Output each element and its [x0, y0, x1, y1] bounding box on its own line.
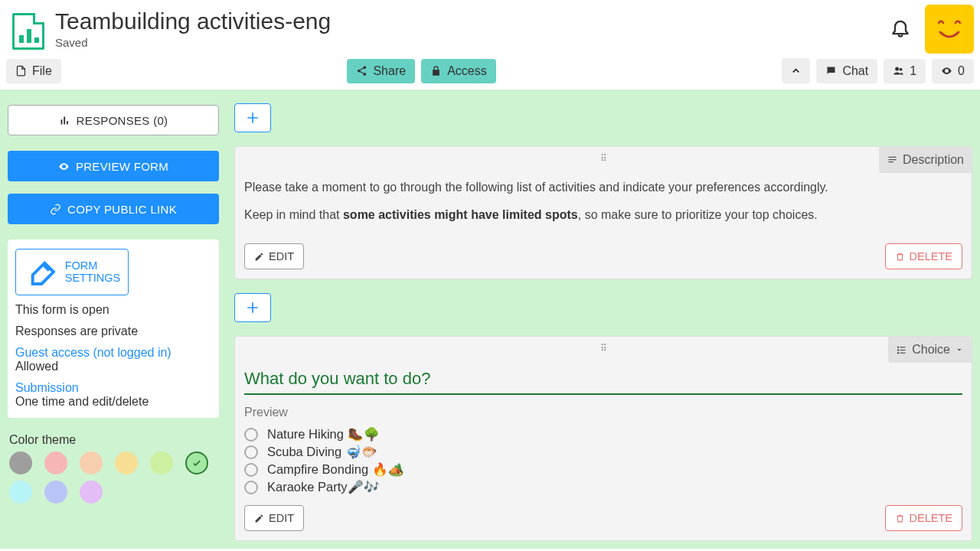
page-title[interactable]: Teambuilding activities-eng: [55, 8, 338, 34]
submission-link[interactable]: Submission: [15, 381, 79, 394]
people-count: 1: [910, 64, 916, 78]
svg-point-5: [897, 346, 900, 348]
radio-icon: [244, 445, 258, 459]
file-label: File: [32, 64, 52, 78]
svg-point-1: [358, 70, 361, 73]
form-title-text: Teambuilding activities-eng: [55, 8, 331, 34]
description-p2-strong: some activities might have limited spots: [343, 208, 578, 221]
description-block: ⠿ Description Please take a moment to go…: [234, 146, 972, 280]
edit-choice-button[interactable]: EDIT: [244, 505, 304, 531]
form-settings-label: FORM SETTINGS: [65, 259, 121, 284]
choice-block: ⠿ Choice What do you want to do? Preview…: [234, 336, 972, 541]
share-label: Share: [373, 64, 406, 78]
form-canvas: ⠿ Description Please take a moment to go…: [227, 90, 980, 549]
avatar[interactable]: [925, 5, 974, 54]
color-swatch-6[interactable]: [9, 481, 32, 504]
color-swatches: [9, 452, 217, 504]
delete-description-button[interactable]: DELETE: [885, 243, 962, 269]
block-type-label: Choice: [912, 343, 950, 357]
svg-point-9: [897, 352, 900, 354]
chat-label: Chat: [842, 64, 868, 78]
edit-label: EDIT: [269, 512, 294, 524]
share-button[interactable]: Share: [347, 59, 415, 83]
svg-point-0: [364, 66, 367, 69]
responses-label: RESPONSES (0): [77, 114, 168, 127]
add-block-button[interactable]: [234, 293, 271, 322]
views-count-button[interactable]: 0: [932, 59, 974, 83]
choice-option[interactable]: Nature Hiking 🥾🌳: [244, 425, 962, 443]
choice-option-label: Nature Hiking 🥾🌳: [267, 427, 380, 442]
color-swatch-0[interactable]: [9, 452, 32, 474]
notifications-icon[interactable]: [890, 17, 911, 41]
choice-option[interactable]: Karaoke Party🎤🎶: [244, 478, 962, 496]
color-swatch-2[interactable]: [80, 452, 103, 474]
responses-privacy-status: Responses are private: [15, 324, 211, 338]
delete-label: DELETE: [910, 512, 952, 524]
form-settings-button[interactable]: FORM SETTINGS: [15, 249, 129, 295]
choice-option[interactable]: Campfire Bonding 🔥🏕️: [244, 461, 962, 478]
choice-option[interactable]: Scuba Diving 🤿🐡: [244, 443, 962, 461]
sidebar: RESPONSES (0) PREVIEW FORM COPY PUBLIC L…: [0, 90, 227, 549]
form-open-status: This form is open: [15, 303, 211, 317]
access-button[interactable]: Access: [421, 59, 496, 83]
chevron-down-icon: [955, 345, 964, 354]
color-swatch-1[interactable]: [44, 452, 67, 474]
form-settings-card: FORM SETTINGS This form is open Response…: [8, 240, 219, 418]
views-count: 0: [958, 64, 965, 78]
delete-label: DELETE: [910, 250, 952, 262]
save-status: Saved: [55, 36, 338, 49]
delete-choice-button[interactable]: DELETE: [885, 505, 962, 531]
block-type-label: Description: [903, 153, 964, 167]
block-type-choice[interactable]: Choice: [888, 337, 972, 363]
preview-label: Preview: [244, 406, 962, 419]
choice-option-label: Campfire Bonding 🔥🏕️: [267, 462, 404, 477]
access-label: Access: [447, 64, 487, 78]
copy-link-label: COPY PUBLIC LINK: [67, 203, 177, 216]
svg-rect-8: [900, 349, 906, 350]
edit-label: EDIT: [269, 250, 294, 262]
svg-rect-6: [900, 347, 906, 347]
guest-access-link[interactable]: Guest access (not logged in): [15, 346, 172, 359]
preview-form-button[interactable]: PREVIEW FORM: [8, 151, 219, 181]
submission-value: One time and edit/delete: [15, 395, 149, 408]
description-p2a: Keep in mind that: [244, 208, 343, 221]
color-swatch-4[interactable]: [150, 452, 173, 474]
radio-icon: [244, 463, 258, 477]
choice-options: Nature Hiking 🥾🌳Scuba Diving 🤿🐡Campfire …: [244, 425, 962, 496]
color-swatch-8[interactable]: [80, 481, 103, 504]
edit-description-button[interactable]: EDIT: [244, 243, 304, 269]
svg-point-2: [364, 73, 367, 76]
color-swatch-5[interactable]: [185, 452, 208, 474]
choice-option-label: Scuba Diving 🤿🐡: [267, 445, 377, 459]
color-theme-label: Color theme: [9, 433, 217, 447]
description-p2: Keep in mind that some activities might …: [244, 207, 962, 223]
preview-form-label: PREVIEW FORM: [76, 160, 168, 173]
chat-button[interactable]: Chat: [816, 59, 877, 83]
choice-question-title: What do you want to do?: [244, 369, 962, 395]
color-swatch-7[interactable]: [44, 481, 67, 504]
guest-access-value: Allowed: [15, 360, 58, 373]
add-block-button[interactable]: [234, 103, 271, 132]
copy-public-link-button[interactable]: COPY PUBLIC LINK: [8, 194, 219, 224]
svg-point-7: [897, 349, 900, 351]
radio-icon: [244, 481, 258, 494]
drag-handle-icon[interactable]: ⠿: [600, 153, 607, 164]
drag-handle-icon[interactable]: ⠿: [600, 343, 607, 354]
choice-option-label: Karaoke Party🎤🎶: [267, 480, 380, 494]
svg-rect-10: [900, 352, 906, 353]
collapse-button[interactable]: [782, 58, 810, 83]
app-logo-icon: [12, 13, 44, 50]
svg-point-3: [895, 67, 899, 71]
radio-icon: [244, 428, 258, 442]
people-count-button[interactable]: 1: [884, 59, 926, 83]
color-swatch-3[interactable]: [115, 452, 138, 474]
description-p1: Please take a moment to go through the f…: [244, 179, 962, 196]
description-p2b: , so make sure to prioritize your top ch…: [578, 208, 818, 221]
svg-point-4: [900, 68, 903, 71]
responses-button[interactable]: RESPONSES (0): [8, 105, 219, 135]
block-type-description[interactable]: Description: [879, 147, 972, 173]
file-menu-button[interactable]: File: [6, 59, 61, 83]
